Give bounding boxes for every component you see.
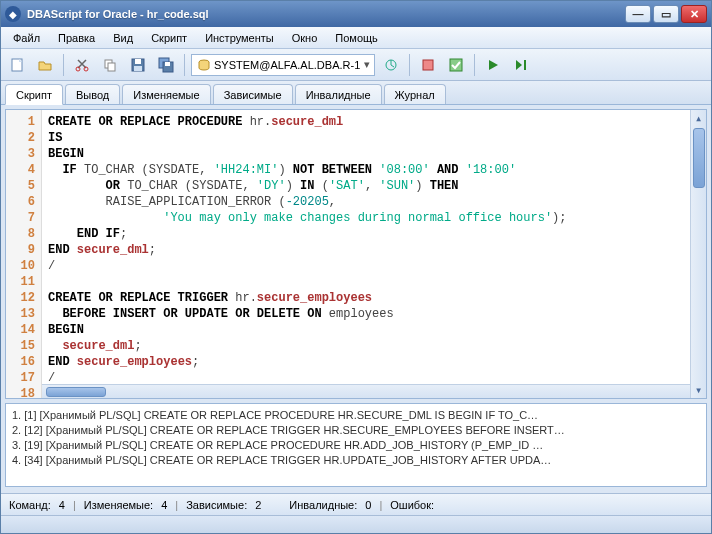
svg-rect-14 <box>450 59 462 71</box>
scroll-down-icon[interactable]: ▾ <box>691 382 706 398</box>
svg-rect-4 <box>108 63 115 71</box>
copy-button[interactable] <box>98 53 122 77</box>
svg-rect-6 <box>135 59 141 64</box>
code-editor[interactable]: 123456789101112131415161718 CREATE OR RE… <box>5 109 707 399</box>
output-line: 4. [34] [Хранимый PL/SQL] CREATE OR REPL… <box>12 453 700 468</box>
scroll-thumb[interactable] <box>693 128 705 188</box>
app-icon: ◆ <box>5 6 21 22</box>
vertical-scrollbar[interactable]: ▴ ▾ <box>690 110 706 398</box>
close-button[interactable]: ✕ <box>681 5 707 23</box>
scroll-up-icon[interactable]: ▴ <box>691 110 706 126</box>
cut-button[interactable] <box>70 53 94 77</box>
output-line: 1. [1] [Хранимый PL/SQL] CREATE OR REPLA… <box>12 408 700 423</box>
minimize-button[interactable]: ― <box>625 5 651 23</box>
menubar: Файл Правка Вид Скрипт Инструменты Окно … <box>1 27 711 49</box>
output-panel[interactable]: 1. [1] [Хранимый PL/SQL] CREATE OR REPLA… <box>5 403 707 487</box>
compile-button[interactable] <box>416 53 440 77</box>
content-area: 123456789101112131415161718 CREATE OR RE… <box>1 105 711 493</box>
menu-edit[interactable]: Правка <box>50 30 103 46</box>
save-button[interactable] <box>126 53 150 77</box>
status-errors-label: Ошибок: <box>390 499 434 511</box>
new-file-button[interactable] <box>5 53 29 77</box>
menu-file[interactable]: Файл <box>5 30 48 46</box>
output-line: 3. [19] [Хранимый PL/SQL] CREATE OR REPL… <box>12 438 700 453</box>
check-button[interactable] <box>444 53 468 77</box>
connect-button[interactable] <box>379 53 403 77</box>
tab-dependent[interactable]: Зависимые <box>213 84 293 104</box>
toolbar: SYSTEM@ALFA.AL.DBA.R-1 ▾ <box>1 49 711 81</box>
statusbar: Команд: 4 | Изменяемые: 4 | Зависимые: 2… <box>1 493 711 515</box>
status-invalid-value: 0 <box>365 499 371 511</box>
menu-tools[interactable]: Инструменты <box>197 30 282 46</box>
tabstrip: Скрипт Вывод Изменяемые Зависимые Инвали… <box>1 81 711 105</box>
app-window: ◆ DBAScript for Oracle - hr_code.sql ― ▭… <box>0 0 712 534</box>
status-commands-label: Команд: <box>9 499 51 511</box>
connection-text: SYSTEM@ALFA.AL.DBA.R-1 <box>214 59 360 71</box>
maximize-button[interactable]: ▭ <box>653 5 679 23</box>
tab-log[interactable]: Журнал <box>384 84 446 104</box>
status-invalid-label: Инвалидные: <box>289 499 357 511</box>
menu-script[interactable]: Скрипт <box>143 30 195 46</box>
step-button[interactable] <box>509 53 533 77</box>
status-commands-value: 4 <box>59 499 65 511</box>
svg-rect-10 <box>165 62 170 66</box>
code-body[interactable]: CREATE OR REPLACE PROCEDURE hr.secure_dm… <box>42 110 690 398</box>
status-changed-label: Изменяемые: <box>84 499 153 511</box>
titlebar[interactable]: ◆ DBAScript for Oracle - hr_code.sql ― ▭… <box>1 1 711 27</box>
line-gutter: 123456789101112131415161718 <box>6 110 42 398</box>
tab-changed[interactable]: Изменяемые <box>122 84 210 104</box>
status-deps-label: Зависимые: <box>186 499 247 511</box>
connection-combo[interactable]: SYSTEM@ALFA.AL.DBA.R-1 ▾ <box>191 54 375 76</box>
run-button[interactable] <box>481 53 505 77</box>
database-icon <box>198 59 210 71</box>
horizontal-scrollbar[interactable] <box>42 384 690 398</box>
hscroll-thumb[interactable] <box>46 387 106 397</box>
tab-script[interactable]: Скрипт <box>5 84 63 105</box>
menu-window[interactable]: Окно <box>284 30 326 46</box>
status-deps-value: 2 <box>255 499 261 511</box>
menu-help[interactable]: Помощь <box>327 30 386 46</box>
save-all-button[interactable] <box>154 53 178 77</box>
menu-view[interactable]: Вид <box>105 30 141 46</box>
bottom-spacer <box>1 515 711 533</box>
tab-output[interactable]: Вывод <box>65 84 120 104</box>
window-title: DBAScript for Oracle - hr_code.sql <box>27 8 209 20</box>
output-line: 2. [12] [Хранимый PL/SQL] CREATE OR REPL… <box>12 423 700 438</box>
open-file-button[interactable] <box>33 53 57 77</box>
chevron-down-icon: ▾ <box>364 58 370 71</box>
status-changed-value: 4 <box>161 499 167 511</box>
tab-invalid[interactable]: Инвалидные <box>295 84 382 104</box>
svg-rect-7 <box>134 66 142 71</box>
svg-rect-13 <box>423 60 433 70</box>
svg-rect-15 <box>524 60 526 70</box>
